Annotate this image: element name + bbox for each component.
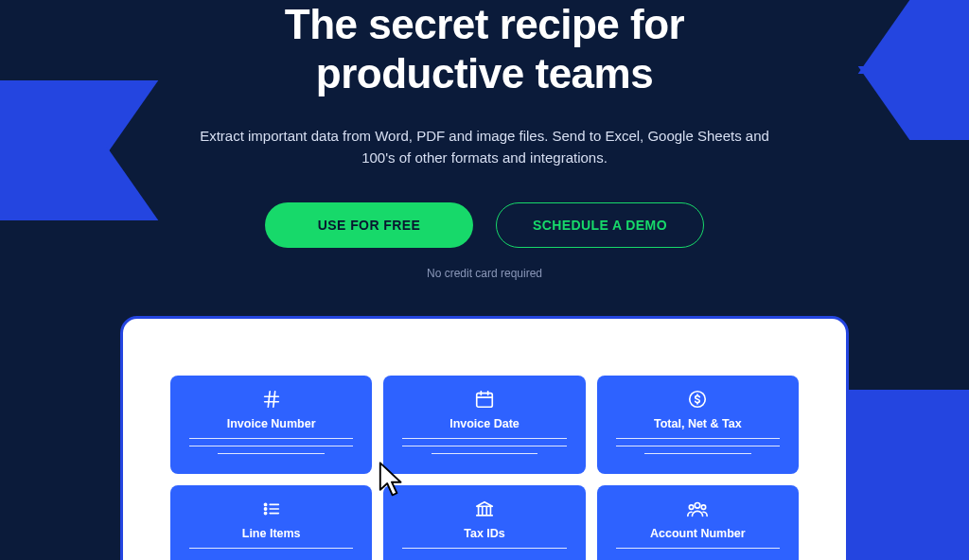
page-headline: The secret recipe for productive teams [0, 0, 969, 98]
svg-point-23 [690, 505, 694, 509]
use-for-free-button[interactable]: USE FOR FREE [265, 202, 473, 248]
headline-line-2: productive teams [316, 50, 653, 96]
svg-point-12 [264, 508, 266, 510]
svg-point-11 [264, 504, 266, 506]
calendar-icon [474, 389, 495, 410]
card-tax-ids[interactable]: Tax IDs [383, 485, 585, 560]
card-label: Invoice Number [227, 417, 316, 430]
card-decor-lines [616, 438, 780, 461]
card-label: Invoice Date [449, 417, 520, 430]
svg-line-2 [268, 392, 270, 408]
card-label: Tax IDs [464, 527, 505, 540]
card-decor-lines [402, 438, 566, 461]
card-invoice-date[interactable]: Invoice Date [383, 376, 585, 474]
page-subhead: Extract important data from Word, PDF an… [182, 125, 787, 169]
svg-line-3 [273, 392, 274, 408]
currency-icon [687, 389, 708, 410]
card-account-number[interactable]: Account Number [597, 485, 799, 560]
card-line-items[interactable]: Line Items [170, 485, 372, 560]
no-credit-card-note: No credit card required [0, 267, 969, 280]
card-label: Account Number [650, 527, 746, 540]
hero-section: The secret recipe for productive teams E… [0, 0, 969, 280]
hash-icon [261, 389, 282, 410]
users-icon [686, 499, 709, 519]
svg-point-24 [702, 505, 706, 509]
feature-card-grid: Invoice Number Invoice Date Total, Net &… [170, 376, 799, 560]
schedule-demo-button[interactable]: SCHEDULE A DEMO [496, 202, 704, 248]
svg-point-13 [264, 513, 266, 515]
card-decor-lines [402, 548, 566, 555]
bank-icon [474, 499, 495, 519]
card-decor-lines [189, 438, 353, 461]
list-icon [261, 499, 282, 519]
card-label: Total, Net & Tax [654, 417, 742, 430]
card-decor-lines [616, 548, 780, 555]
svg-point-22 [696, 503, 701, 509]
cta-row: USE FOR FREE SCHEDULE A DEMO [0, 202, 969, 248]
card-invoice-number[interactable]: Invoice Number [170, 376, 372, 474]
feature-panel: Invoice Number Invoice Date Total, Net &… [120, 316, 849, 560]
svg-rect-4 [477, 394, 493, 408]
card-total-net-tax[interactable]: Total, Net & Tax [597, 376, 799, 474]
card-decor-lines [189, 548, 353, 555]
card-label: Line Items [242, 527, 301, 540]
headline-line-1: The secret recipe for [285, 1, 684, 47]
